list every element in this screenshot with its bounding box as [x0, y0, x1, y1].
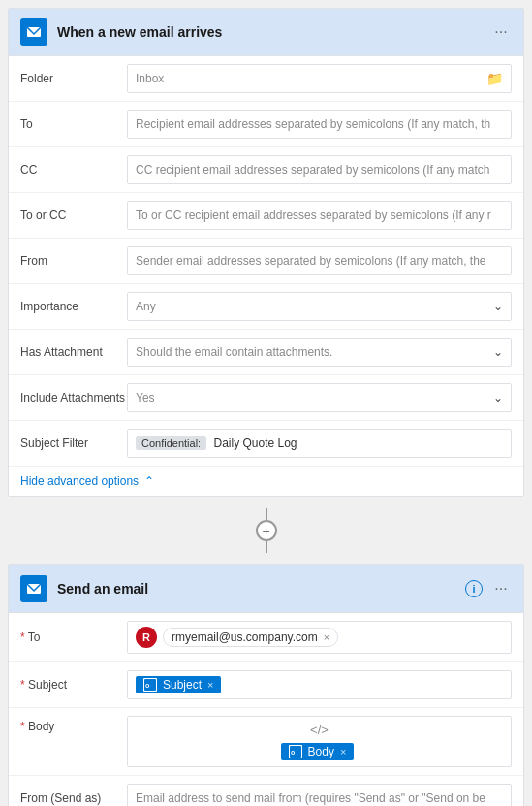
to-email-tag: rmyemail@us.company.com × — [163, 628, 338, 647]
to-placeholder: Recipient email addresses separated by s… — [136, 117, 490, 131]
action-subject-input[interactable]: o Subject × — [127, 670, 512, 699]
action-to-label: To — [20, 630, 127, 644]
action-icon — [20, 575, 47, 602]
action-body-row: Body </> o Body × — [9, 708, 523, 776]
subject-filter-input[interactable]: Confidential: Daily Quote Log — [127, 429, 512, 458]
body-tag-remove-button[interactable]: × — [340, 746, 346, 758]
svg-text:o: o — [145, 682, 149, 689]
subject-tag: o Subject × — [136, 676, 221, 693]
to-avatar: R — [136, 627, 157, 648]
include-attachments-chevron-down-icon: ⌄ — [493, 391, 503, 404]
action-more-button[interactable]: ··· — [490, 578, 512, 599]
to-or-cc-placeholder: To or CC recipient email addresses separ… — [136, 209, 491, 222]
action-body-label: Body — [20, 716, 127, 733]
to-email-value: rmyemail@us.company.com — [172, 630, 318, 644]
trigger-toggle-label: Hide advanced options — [20, 474, 139, 488]
action-from-label: From (Send as) — [20, 791, 127, 805]
from-placeholder: Sender email addresses separated by semi… — [136, 254, 486, 268]
action-card-body: To R rmyemail@us.company.com × Subject o — [9, 613, 523, 806]
trigger-more-button[interactable]: ··· — [490, 21, 512, 43]
action-to-row: To R rmyemail@us.company.com × — [9, 613, 523, 662]
to-label: To — [20, 117, 127, 131]
subject-tag-o365-icon: o — [143, 678, 157, 692]
include-attachments-label: Include Attachments — [20, 391, 127, 404]
trigger-card: When a new email arrives ··· Folder Inbo… — [8, 8, 524, 497]
action-header-icons: i ··· — [465, 578, 512, 599]
to-input[interactable]: Recipient email addresses separated by s… — [127, 110, 512, 139]
trigger-header-icons: ··· — [490, 21, 512, 43]
include-attachments-row: Include Attachments Yes ⌄ — [9, 375, 523, 421]
subject-filter-value: Confidential: Daily Quote Log — [136, 436, 297, 450]
trigger-chevron-up-icon: ⌃ — [144, 474, 154, 488]
to-row: To Recipient email addresses separated b… — [9, 102, 523, 147]
action-body-input[interactable]: </> o Body × — [127, 716, 512, 767]
trigger-icon — [20, 18, 47, 46]
to-or-cc-row: To or CC To or CC recipient email addres… — [9, 193, 523, 239]
subject-filter-row: Subject Filter Confidential: Daily Quote… — [9, 421, 523, 467]
action-subject-row: Subject o Subject × — [9, 662, 523, 708]
connector-line-top — [266, 508, 267, 520]
has-attachment-label: Has Attachment — [20, 345, 127, 359]
body-tag: o Body × — [281, 743, 355, 760]
trigger-card-header: When a new email arrives ··· — [9, 9, 523, 56]
importance-value: Any — [136, 300, 156, 313]
cc-label: CC — [20, 163, 127, 177]
action-card-header: Send an email i ··· — [9, 565, 523, 613]
to-or-cc-input[interactable]: To or CC recipient email addresses separ… — [127, 201, 512, 230]
subject-tag-remove-button[interactable]: × — [207, 679, 213, 691]
body-tag-o365-icon: o — [289, 745, 302, 758]
subject-filter-tag: Confidential: — [136, 436, 206, 450]
folder-icon: 📁 — [486, 71, 503, 86]
folder-row: Folder Inbox 📁 — [9, 56, 523, 102]
from-input[interactable]: Sender email addresses separated by semi… — [127, 246, 512, 275]
trigger-card-body: Folder Inbox 📁 To Recipient email addres… — [9, 56, 523, 496]
to-or-cc-label: To or CC — [20, 209, 127, 222]
code-icon: </> — [310, 723, 329, 737]
subject-filter-label: Subject Filter — [20, 436, 127, 450]
cc-placeholder: CC recipient email addresses separated b… — [136, 163, 490, 177]
cc-input[interactable]: CC recipient email addresses separated b… — [127, 155, 512, 184]
action-card-title: Send an email — [57, 581, 465, 596]
add-step-button[interactable]: + — [256, 520, 277, 541]
action-subject-label: Subject — [20, 678, 127, 692]
plus-icon: + — [262, 523, 269, 538]
body-tag-label: Body — [308, 745, 334, 758]
to-field-inner: R rmyemail@us.company.com × — [136, 627, 503, 648]
importance-dropdown[interactable]: Any ⌄ — [127, 292, 512, 321]
has-attachment-row: Has Attachment Should the email contain … — [9, 330, 523, 375]
action-to-input[interactable]: R rmyemail@us.company.com × — [127, 621, 512, 654]
importance-row: Importance Any ⌄ — [9, 284, 523, 330]
include-attachments-value: Yes — [136, 391, 155, 404]
folder-label: Folder — [20, 72, 127, 85]
subject-tag-label: Subject — [163, 678, 202, 692]
has-attachment-value: Should the email contain attachments. — [136, 345, 332, 359]
has-attachment-dropdown[interactable]: Should the email contain attachments. ⌄ — [127, 338, 512, 367]
trigger-card-title: When a new email arrives — [57, 24, 490, 40]
importance-label: Importance — [20, 300, 127, 313]
connector: + — [0, 504, 532, 557]
include-attachments-dropdown[interactable]: Yes ⌄ — [127, 383, 512, 412]
action-from-input[interactable]: Email address to send mail from (require… — [127, 784, 512, 806]
action-from-row: From (Send as) Email address to send mai… — [9, 776, 523, 806]
from-row: From Sender email addresses separated by… — [9, 239, 523, 284]
folder-value: Inbox — [136, 72, 164, 85]
folder-input[interactable]: Inbox 📁 — [127, 64, 512, 93]
cc-row: CC CC recipient email addresses separate… — [9, 147, 523, 193]
action-from-placeholder: Email address to send mail from (require… — [136, 791, 485, 805]
from-label: From — [20, 254, 127, 268]
importance-chevron-down-icon: ⌄ — [493, 300, 503, 313]
svg-text:o: o — [291, 749, 295, 756]
to-email-remove-button[interactable]: × — [324, 631, 329, 643]
trigger-hide-advanced-button[interactable]: Hide advanced options ⌃ — [9, 467, 523, 496]
has-attachment-chevron-down-icon: ⌄ — [493, 345, 503, 359]
action-card: Send an email i ··· To R rmyemail@us.com… — [8, 564, 524, 806]
info-icon[interactable]: i — [465, 580, 483, 597]
connector-line-bottom — [266, 541, 267, 553]
